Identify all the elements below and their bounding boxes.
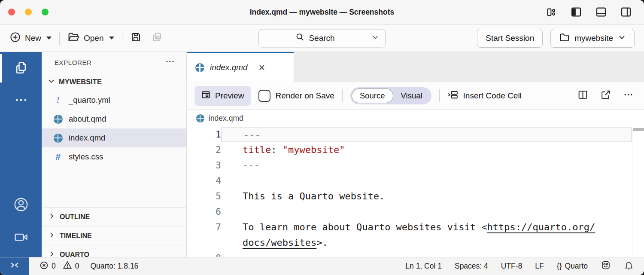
code-token: : [271, 144, 283, 155]
close-window-button[interactable] [8, 9, 15, 15]
sidebar-sections: OUTLINETIMELINEQUARTO [42, 207, 186, 257]
source-mode-button[interactable]: Source [352, 89, 393, 103]
remote-icon [9, 260, 20, 272]
sidebar-section-timeline[interactable]: TIMELINE [42, 226, 186, 245]
eol-status[interactable]: LF [535, 262, 544, 271]
code-token: title [243, 144, 271, 155]
code-token: This is a Quarto website. [243, 191, 385, 202]
status-bar: 0 0 Quarto: 1.8.16 Ln 1, Col 1 Spaces: 4… [0, 257, 644, 275]
preview-button[interactable]: Preview [194, 86, 251, 106]
sidebar-section-quarto[interactable]: QUARTO [42, 245, 186, 257]
file-name: styles.css [69, 152, 103, 162]
remote-indicator[interactable] [0, 257, 29, 275]
line-number: 2 [187, 142, 221, 158]
cursor-position-status[interactable]: Ln 1, Col 1 [405, 262, 442, 271]
open-external-icon[interactable] [600, 89, 611, 102]
save-all-button[interactable] [151, 31, 163, 45]
customize-layout-icon[interactable] [546, 6, 557, 18]
explorer-activity-button[interactable] [0, 52, 42, 85]
quarto-icon [54, 115, 63, 124]
code-token: >. [316, 237, 328, 248]
preview-label: Preview [215, 91, 244, 101]
video-camera-icon [13, 229, 29, 247]
notifications-bell-icon[interactable] [624, 260, 634, 272]
app-window: index.qmd — mywebsite — Screenshots [0, 0, 644, 275]
yaml-icon: ! [53, 95, 63, 106]
code-line[interactable]: 6 [187, 204, 632, 220]
code-line[interactable]: 5This is a Quarto website. [187, 189, 632, 204]
split-editor-icon[interactable] [577, 89, 588, 102]
line-number: 3 [187, 158, 221, 173]
braces-icon: {} [557, 262, 562, 271]
editor-scrollbar[interactable] [632, 127, 644, 257]
toggle-primary-sidebar-icon[interactable] [570, 6, 582, 18]
code-line[interactable]: 2title: "mywebsite" [187, 142, 632, 158]
dropdown-caret-icon [46, 37, 52, 40]
visual-mode-button[interactable]: Visual [393, 89, 430, 103]
more-activity-button[interactable] [0, 85, 42, 117]
code-line[interactable]: 8 [187, 251, 632, 257]
editor-more-actions-icon[interactable] [623, 89, 634, 102]
code-link[interactable]: docs/websites [243, 237, 316, 248]
close-tab-icon[interactable]: ✕ [258, 63, 265, 73]
line-number: 6 [187, 204, 221, 220]
breadcrumb[interactable]: index.qmd [187, 110, 644, 127]
section-label: TIMELINE [60, 232, 92, 240]
encoding-status[interactable]: UTF-8 [501, 262, 522, 271]
code-line[interactable]: 3--- [187, 158, 632, 173]
start-session-button[interactable]: Start Session [477, 29, 543, 48]
video-camera-button[interactable] [0, 222, 42, 254]
project-root-item[interactable]: MYWEBSITE [42, 73, 186, 91]
code-line[interactable]: 7To learn more about Quarto websites vis… [187, 220, 632, 235]
tab-label: index.qmd [210, 63, 248, 72]
search-input[interactable]: Search [258, 29, 386, 47]
chevron-down-icon [47, 77, 55, 87]
render-on-save-checkbox[interactable] [258, 90, 270, 102]
code-link[interactable]: https://quarto.org/ [487, 222, 595, 232]
toggle-secondary-sidebar-icon[interactable] [620, 6, 632, 18]
feedback-smiley-icon[interactable] [601, 260, 611, 272]
toggle-panel-icon[interactable] [595, 6, 607, 18]
insert-code-cell-icon [447, 89, 459, 103]
explorer-more-actions-icon[interactable] [165, 56, 175, 68]
insert-code-cell-label: Insert Code Cell [463, 91, 522, 101]
problems-indicator[interactable]: 0 0 [39, 260, 79, 272]
file-name: _quarto.yml [69, 95, 110, 105]
file-item-styles.css[interactable]: #styles.css [42, 147, 186, 166]
overview-ruler-cursor-marker [633, 128, 644, 131]
code-token: To learn more about Quarto websites visi… [243, 222, 487, 232]
language-mode-status[interactable]: {} Quarto [557, 262, 588, 271]
file-name: about.qmd [69, 114, 106, 124]
open-button[interactable]: Open [67, 31, 114, 46]
account-button[interactable] [0, 189, 42, 222]
section-label: OUTLINE [60, 213, 90, 221]
save-button[interactable] [130, 31, 142, 45]
tab-index-qmd[interactable]: index.qmd ✕ [187, 52, 294, 82]
file-item-index.qmd[interactable]: index.qmd [42, 128, 186, 147]
window-title: index.qmd — mywebsite — Screenshots [250, 8, 394, 17]
code-line[interactable]: docs/websites>. [187, 235, 632, 251]
breadcrumb-file-label: index.qmd [209, 114, 243, 123]
chevron-down-icon[interactable] [371, 34, 379, 43]
project-root-label: MYWEBSITE [59, 78, 102, 86]
quarto-icon [195, 63, 204, 72]
search-icon [295, 33, 304, 44]
file-item-about.qmd[interactable]: about.qmd [42, 110, 186, 128]
section-label: QUARTO [60, 251, 89, 257]
line-number: 4 [187, 173, 221, 189]
tab-bar: index.qmd ✕ [187, 52, 644, 82]
indentation-status[interactable]: Spaces: 4 [455, 262, 488, 271]
file-item-_quarto.yml[interactable]: !_quarto.yml [42, 91, 186, 110]
minimize-window-button[interactable] [25, 9, 32, 15]
workspace-folder-button[interactable]: mywebsite [550, 29, 635, 48]
sidebar-section-outline[interactable]: OUTLINE [42, 207, 186, 226]
explorer-sidebar: EXPLORER MYWEBSITE !_quarto.ymlabout.qmd… [42, 52, 187, 257]
quarto-version-status[interactable]: Quarto: 1.8.16 [90, 262, 138, 271]
code-line[interactable]: 4 [187, 173, 632, 189]
open-folder-icon [67, 31, 80, 46]
code-line[interactable]: 1--- [187, 127, 632, 142]
insert-code-cell-button[interactable]: Insert Code Cell [447, 89, 522, 103]
code-editor[interactable]: 1---2title: "mywebsite"3---45This is a Q… [187, 127, 644, 257]
new-button[interactable]: New [9, 31, 52, 45]
zoom-window-button[interactable] [42, 9, 49, 15]
